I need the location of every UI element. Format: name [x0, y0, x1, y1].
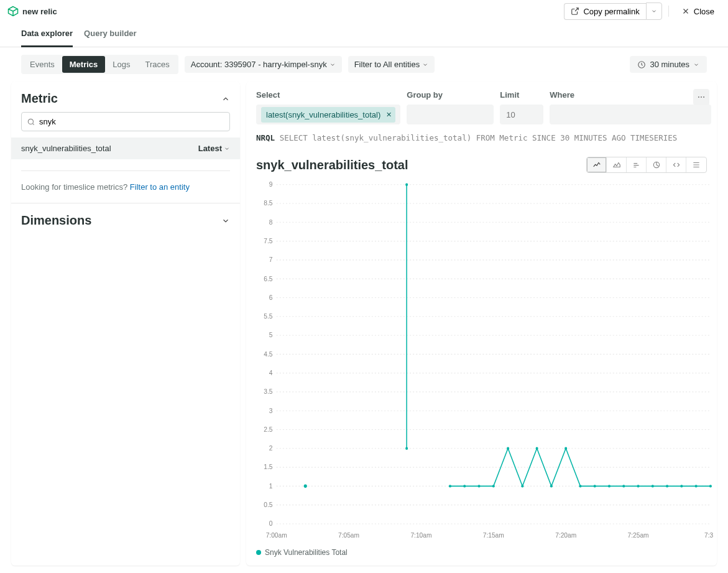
svg-point-51: [304, 485, 307, 488]
svg-point-69: [666, 485, 668, 487]
filter-to-entity-link[interactable]: Filter to an entity: [130, 182, 190, 192]
svg-point-54: [449, 485, 451, 487]
chevron-down-icon: [329, 62, 336, 68]
where-label: Where: [550, 90, 711, 100]
svg-point-70: [680, 485, 683, 487]
svg-text:7:00am: 7:00am: [266, 531, 287, 539]
svg-point-62: [564, 447, 567, 450]
brand-logo: new relic: [7, 6, 57, 17]
divider: [21, 170, 230, 171]
viz-bar-button[interactable]: [627, 157, 647, 172]
metric-search-input[interactable]: [35, 116, 224, 127]
svg-point-55: [463, 485, 466, 487]
svg-text:7:25am: 7:25am: [628, 531, 649, 539]
svg-text:1: 1: [269, 482, 273, 490]
legend-dot: [256, 550, 261, 555]
time-range-picker[interactable]: 30 minutes: [630, 56, 707, 73]
metric-section-header[interactable]: Metric: [11, 82, 240, 112]
panel-menu-button[interactable]: [693, 89, 709, 105]
svg-text:7:20am: 7:20am: [555, 531, 576, 539]
svg-text:6: 6: [269, 293, 273, 301]
svg-point-53: [405, 183, 408, 185]
svg-text:7:30: 7:30: [704, 531, 713, 539]
svg-point-66: [622, 485, 625, 487]
remove-select-button[interactable]: ✕: [386, 111, 392, 119]
select-chip: latest(snyk_vulnerabilities_total) ✕: [261, 107, 395, 123]
groupby-label: Group by: [407, 90, 494, 100]
svg-point-58: [507, 447, 509, 450]
svg-text:9: 9: [269, 180, 273, 188]
viz-table-button[interactable]: [686, 157, 706, 172]
limit-input-wrap[interactable]: [500, 105, 543, 124]
chart: 00.511.522.533.544.555.566.577.588.597:0…: [246, 177, 717, 544]
entity-filter[interactable]: Filter to All entities: [348, 56, 435, 73]
chevron-down-icon: [224, 146, 230, 152]
viz-json-button[interactable]: [666, 157, 686, 172]
pill-events[interactable]: Events: [22, 56, 62, 73]
svg-text:0: 0: [269, 519, 273, 528]
svg-text:5: 5: [269, 331, 273, 339]
svg-point-71: [695, 485, 698, 487]
clock-icon: [637, 60, 646, 69]
time-range-label: 30 minutes: [650, 60, 689, 69]
svg-point-65: [608, 485, 611, 487]
viz-line-button[interactable]: [587, 157, 607, 172]
metric-list-item[interactable]: snyk_vulnerabilities_total Latest: [11, 137, 240, 159]
dimensions-heading: Dimensions: [21, 213, 91, 228]
copy-permalink-dropdown[interactable]: [646, 2, 662, 20]
svg-point-57: [492, 485, 495, 487]
line-chart-icon: [592, 161, 601, 169]
svg-text:0.5: 0.5: [264, 501, 272, 509]
viz-selector: [586, 157, 707, 173]
tab-data-explorer[interactable]: Data explorer: [21, 22, 73, 47]
metric-heading: Metric: [21, 91, 58, 106]
pie-chart-icon: [652, 161, 661, 169]
viz-area-button[interactable]: [607, 157, 627, 172]
chevron-down-icon: [693, 62, 699, 68]
svg-point-64: [594, 485, 596, 487]
table-icon: [692, 161, 701, 169]
svg-point-2: [698, 96, 699, 98]
chart-title: snyk_vulnerabilities_total: [256, 158, 408, 172]
nrql-keyword: NRQL: [256, 133, 275, 142]
logo-icon: [7, 6, 22, 17]
svg-text:8.5: 8.5: [264, 199, 272, 207]
copy-permalink-label: Copy permalink: [583, 7, 639, 16]
area-chart-icon: [612, 161, 621, 169]
svg-text:7:05am: 7:05am: [338, 531, 359, 539]
viz-pie-button[interactable]: [647, 157, 666, 172]
svg-point-3: [701, 96, 702, 98]
close-label: Close: [694, 7, 714, 16]
svg-text:7:10am: 7:10am: [410, 531, 431, 539]
svg-text:8: 8: [269, 218, 273, 226]
svg-text:5.5: 5.5: [264, 312, 272, 320]
metric-search[interactable]: [21, 112, 230, 131]
select-input[interactable]: latest(snyk_vulnerabilities_total) ✕: [256, 105, 400, 124]
svg-point-4: [703, 96, 704, 98]
dimensions-section-header[interactable]: Dimensions: [11, 203, 240, 234]
separator: [668, 6, 669, 17]
account-filter[interactable]: Account: 3395907 - harry-kimpel-snyk: [185, 56, 342, 73]
timeslice-prompt: Looking for timeslice metrics?: [21, 182, 130, 192]
pill-traces[interactable]: Traces: [137, 56, 177, 73]
svg-text:3.5: 3.5: [264, 388, 272, 396]
more-icon: [697, 93, 706, 101]
close-button[interactable]: Close: [675, 4, 721, 19]
nrql-display: NRQL SELECT latest(snyk_vulnerabilities_…: [246, 129, 717, 151]
nrql-query-text: SELECT latest(snyk_vulnerabilities_total…: [280, 133, 678, 142]
svg-text:7.5: 7.5: [264, 236, 272, 245]
limit-input[interactable]: [505, 109, 538, 120]
chevron-down-icon: [651, 8, 657, 14]
groupby-input[interactable]: [407, 105, 494, 124]
where-input[interactable]: [550, 105, 711, 124]
svg-point-61: [550, 485, 553, 487]
close-icon: [681, 7, 690, 16]
copy-permalink-button[interactable]: Copy permalink: [564, 3, 645, 20]
svg-point-72: [709, 485, 712, 487]
timeslice-hint: Looking for timeslice metrics? Filter to…: [11, 182, 240, 203]
pill-logs[interactable]: Logs: [105, 56, 137, 73]
svg-text:4.5: 4.5: [264, 350, 272, 358]
aggregation-picker[interactable]: Latest: [198, 144, 230, 153]
tab-query-builder[interactable]: Query builder: [84, 22, 137, 47]
pill-metrics[interactable]: Metrics: [62, 56, 106, 73]
